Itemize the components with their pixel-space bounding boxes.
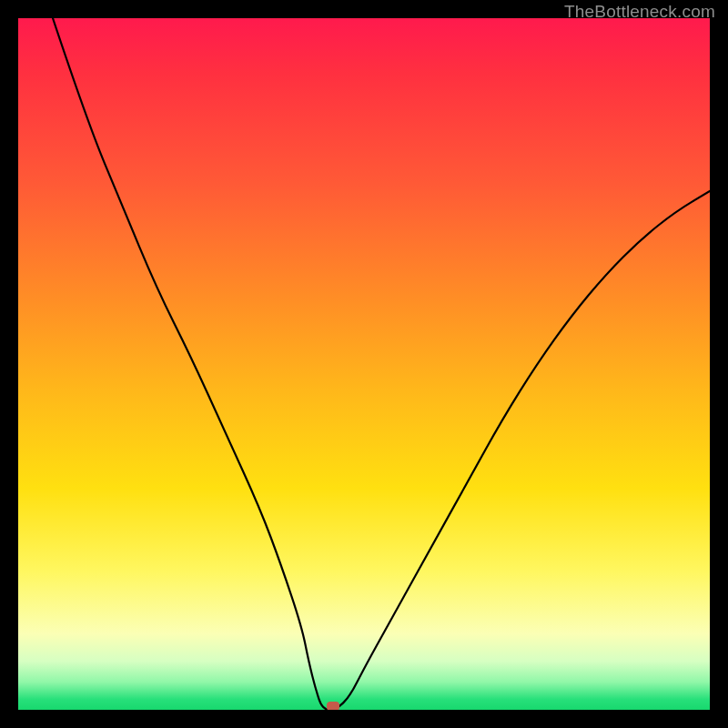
chart-frame: TheBottleneck.com	[0, 0, 728, 728]
background-gradient	[18, 18, 710, 710]
minimum-marker	[327, 702, 339, 710]
plot-area	[18, 18, 710, 710]
